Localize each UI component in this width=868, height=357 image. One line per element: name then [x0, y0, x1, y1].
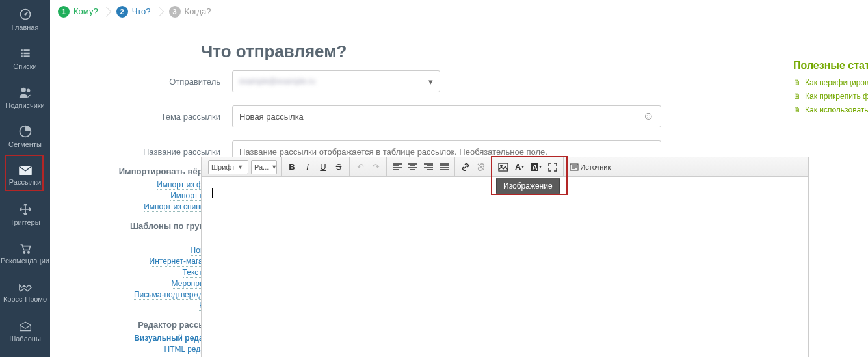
svg-rect-4 [21, 53, 22, 55]
document-icon: 🗎 [793, 92, 802, 101]
align-left-button[interactable] [390, 160, 404, 174]
editor-heading: Редактор рассылки [50, 320, 220, 330]
svg-rect-6 [21, 55, 22, 57]
main-sidebar: Главная Списки Подписчики Сегменты Рассы… [0, 0, 50, 357]
nav-label: Главная [12, 23, 39, 31]
nav-recommendations[interactable]: Рекомендации [0, 234, 50, 273]
svg-point-11 [23, 252, 25, 254]
undo-button[interactable]: ↶ [353, 160, 367, 174]
help-link[interactable]: 🗎Как прикрепить файл к рассылке? [793, 92, 868, 101]
cart-icon [19, 243, 32, 254]
name-input[interactable] [239, 147, 654, 157]
dashboard-icon [19, 8, 32, 21]
nav-templates[interactable]: Шаблоны [0, 312, 50, 351]
editor-content[interactable] [202, 177, 808, 357]
users-icon [18, 86, 33, 99]
nav-label: Шаблоны [9, 335, 41, 343]
font-family-combo[interactable]: Шрифт▼ [208, 160, 248, 174]
nav-label: Триггеры [10, 218, 40, 226]
handshake-icon [18, 282, 33, 293]
list-icon [19, 47, 32, 60]
underline-button[interactable]: U [316, 160, 330, 174]
nav-label: Кросс-Промо [3, 295, 47, 303]
align-right-button[interactable] [421, 160, 436, 174]
nav-subscribers[interactable]: Подписчики [0, 78, 50, 117]
help-panel: Полезные статьи: 🗎Как верифицировать дом… [793, 60, 868, 119]
subject-label: Тема рассылки [50, 112, 232, 122]
align-justify-button[interactable] [437, 160, 451, 174]
import-heading: Импортировать вёрстку [50, 166, 220, 176]
document-icon: 🗎 [793, 105, 802, 114]
svg-rect-13 [499, 163, 508, 171]
maximize-button[interactable] [546, 160, 560, 174]
step-when[interactable]: 3 Когда? [169, 6, 211, 18]
nav-label: Списки [13, 62, 37, 70]
wizard-steps: 1 Кому? 2 Что? 3 Когда? [50, 0, 868, 23]
envelope-solid-icon [18, 165, 33, 176]
emoji-icon[interactable]: ☺ [643, 110, 654, 123]
redo-button[interactable]: ↷ [369, 160, 383, 174]
sender-label: Отправитель [50, 77, 232, 86]
svg-rect-7 [23, 55, 29, 57]
text-cursor [212, 188, 213, 198]
step-what[interactable]: 2 Что? [116, 6, 151, 18]
svg-point-12 [27, 252, 29, 254]
source-button[interactable]: Источник [567, 160, 613, 174]
content-area: Что отправляем? Отправитель example@exam… [50, 23, 868, 357]
document-icon: 🗎 [793, 78, 802, 87]
nav-campaigns[interactable]: Рассылки [0, 156, 50, 195]
text-color-button[interactable]: A▾ [512, 160, 527, 174]
move-icon [19, 203, 32, 216]
svg-point-9 [26, 89, 30, 93]
step-number: 3 [169, 6, 181, 18]
nav-label: Рассылки [9, 178, 41, 186]
nav-cross-promo[interactable]: Кросс-Промо [0, 273, 50, 312]
nav-segments[interactable]: Сегменты [0, 117, 50, 156]
subject-input-wrap: ☺ [232, 105, 661, 127]
chevron-down-icon: ▾ [428, 77, 433, 86]
help-title: Полезные статьи: [793, 60, 868, 72]
link-button[interactable] [458, 160, 473, 174]
font-size-combo[interactable]: Ра...▼ [251, 160, 277, 174]
nav-label: Сегменты [8, 140, 42, 148]
nav-label: Рекомендации [1, 257, 49, 265]
bg-color-button[interactable]: A▾ [528, 160, 544, 174]
sender-select[interactable]: example@example.ru ▾ [232, 70, 440, 92]
help-link[interactable]: 🗎Как использовать перменные в рассылке? [793, 105, 868, 114]
templates-heading: Шаблоны по группам [50, 221, 220, 231]
svg-point-1 [24, 13, 26, 15]
name-label: Название рассылки [50, 147, 232, 157]
nav-triggers[interactable]: Триггеры [0, 195, 50, 234]
svg-point-8 [21, 88, 25, 92]
pie-icon [19, 125, 32, 138]
image-button[interactable] [495, 160, 511, 174]
unlink-button[interactable] [474, 160, 488, 174]
image-tooltip: Изображение [496, 178, 560, 194]
svg-rect-5 [23, 53, 29, 55]
subject-input[interactable] [239, 112, 643, 122]
strike-button[interactable]: S [332, 160, 346, 174]
svg-rect-3 [23, 49, 29, 51]
step-who[interactable]: 1 Кому? [58, 6, 98, 18]
svg-rect-10 [19, 166, 32, 175]
page-title: Что отправляем? [201, 42, 347, 62]
bold-button[interactable]: B [285, 160, 299, 174]
sender-value: example@example.ru [239, 77, 315, 86]
svg-point-14 [501, 165, 503, 166]
italic-button[interactable]: I [300, 160, 315, 174]
nav-label: Подписчики [5, 101, 45, 109]
envelope-open-icon [19, 321, 32, 332]
help-link[interactable]: 🗎Как верифицировать домен? [793, 78, 868, 87]
source-label: Источник [580, 163, 611, 171]
align-center-button[interactable] [406, 160, 420, 174]
step-label: Что? [132, 7, 151, 16]
editor-toolbar: Шрифт▼ Ра...▼ B I U S ↶ ↷ [202, 157, 808, 177]
nav-home[interactable]: Главная [0, 0, 50, 39]
step-label: Когда? [185, 7, 211, 16]
step-label: Кому? [73, 7, 98, 16]
step-number: 2 [116, 6, 128, 18]
svg-rect-2 [21, 49, 22, 51]
nav-lists[interactable]: Списки [0, 39, 50, 78]
step-number: 1 [58, 6, 70, 18]
